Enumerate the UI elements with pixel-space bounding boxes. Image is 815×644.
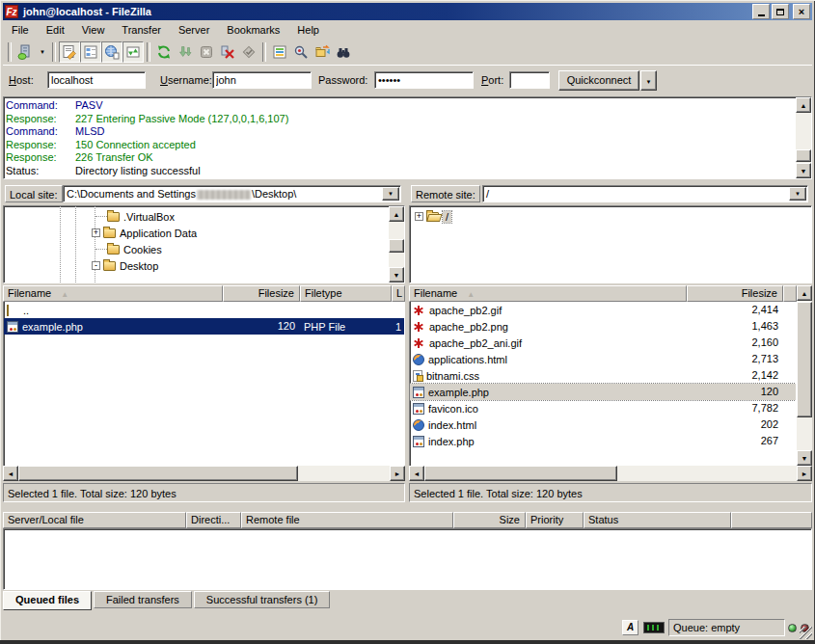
column-header-size[interactable]: Size	[453, 512, 526, 528]
expand-icon[interactable]: +	[92, 228, 100, 237]
remote-file-row[interactable]: applications.html2,713	[410, 351, 796, 367]
abort-button[interactable]	[238, 41, 259, 63]
local-file-list[interactable]: .. example.php 120 PHP File 1	[3, 302, 405, 466]
scroll-down-button[interactable]: ▼	[796, 163, 811, 178]
scroll-up-button[interactable]: ▲	[797, 285, 812, 301]
remote-file-row-selected[interactable]: example.php120	[410, 384, 796, 400]
scroll-up-button[interactable]: ▲	[389, 206, 404, 222]
parent-directory-row[interactable]: ..	[4, 302, 404, 318]
tab-queued-files[interactable]: Queued files	[3, 591, 92, 610]
file-size: 267	[688, 433, 784, 449]
column-header-filename[interactable]: Filename▲	[409, 285, 687, 302]
menu-transfer[interactable]: Transfer	[113, 22, 170, 38]
tree-item-desktop[interactable]: - Desktop	[4, 257, 404, 274]
port-input[interactable]	[509, 71, 550, 89]
column-header-priority[interactable]: Priority	[526, 512, 584, 528]
menu-file[interactable]: File	[3, 22, 38, 38]
toggle-message-log-button[interactable]	[59, 41, 80, 63]
tree-item-application-data[interactable]: + Application Data	[4, 225, 404, 241]
disconnect-button[interactable]	[217, 41, 238, 63]
directory-comparison-button[interactable]	[290, 41, 312, 63]
column-header-direction[interactable]: Directi...	[186, 512, 241, 528]
remote-directory-tree[interactable]: + /	[409, 205, 812, 283]
scrollbar-thumb[interactable]	[424, 466, 617, 481]
remote-file-row[interactable]: index.php267	[410, 433, 796, 449]
scroll-left-button[interactable]: ◄	[409, 466, 424, 481]
tree-item-root[interactable]: + /	[410, 208, 811, 225]
column-header-filesize[interactable]: Filesize	[223, 285, 300, 302]
menu-edit[interactable]: Edit	[38, 22, 73, 38]
column-header-lastmodified[interactable]: L	[392, 285, 405, 302]
local-file-row-selected[interactable]: example.php 120 PHP File 1	[4, 318, 404, 335]
log-line: Command:MLSD	[6, 125, 794, 139]
maximize-button[interactable]	[772, 4, 789, 19]
local-tree-scrollbar[interactable]: ▲ ▼	[389, 206, 404, 282]
queue-list[interactable]	[3, 528, 812, 590]
scroll-up-button[interactable]: ▲	[796, 97, 811, 113]
scroll-right-button[interactable]: ►	[390, 466, 405, 481]
remote-file-row[interactable]: apache_pb2_ani.gif2,160	[410, 335, 796, 351]
toggle-queue-button[interactable]	[122, 41, 144, 63]
chevron-down-icon[interactable]: ▼	[382, 187, 399, 201]
menu-help[interactable]: Help	[288, 22, 328, 38]
column-header-filesize[interactable]: Filesize	[687, 285, 783, 302]
chevron-down-icon[interactable]: ▼	[789, 187, 806, 201]
scroll-down-button[interactable]: ▼	[797, 450, 812, 466]
password-input[interactable]	[374, 71, 474, 89]
scrollbar-thumb[interactable]	[389, 239, 404, 253]
column-header-filetype[interactable]: Filetype	[300, 285, 392, 302]
remote-list-scrollbar[interactable]: ▲ ▼	[797, 285, 812, 466]
resize-grip[interactable]	[800, 627, 812, 639]
remote-file-row[interactable]: apache_pb2.png1,463	[410, 318, 796, 335]
remote-file-row[interactable]: bitnami.css2,142	[410, 367, 796, 384]
speed-indicator-icon[interactable]	[643, 622, 665, 633]
remote-file-row[interactable]: favicon.ico7,782	[410, 400, 796, 416]
tab-successful-transfers[interactable]: Successful transfers (1)	[194, 591, 331, 608]
remote-file-row[interactable]: apache_pb2.gif2,414	[410, 302, 796, 318]
cancel-operation-button[interactable]	[196, 41, 217, 63]
tree-item-cookies[interactable]: Cookies	[4, 241, 404, 257]
minimize-button[interactable]	[752, 4, 770, 19]
username-input[interactable]	[212, 71, 312, 89]
host-input[interactable]	[47, 71, 146, 89]
scrollbar-thumb[interactable]	[796, 149, 811, 162]
tree-item-virtualbox[interactable]: .VirtualBox	[4, 208, 404, 225]
column-header-filename[interactable]: Filename▲	[3, 285, 223, 302]
menu-bookmarks[interactable]: Bookmarks	[218, 22, 288, 38]
refresh-button[interactable]	[153, 41, 175, 63]
scroll-down-button[interactable]: ▼	[389, 267, 404, 282]
find-files-button[interactable]	[333, 41, 354, 63]
column-header-status[interactable]: Status	[584, 512, 731, 528]
tab-failed-transfers[interactable]: Failed transfers	[94, 591, 192, 608]
collapse-icon[interactable]: -	[92, 261, 100, 270]
close-button[interactable]: ×	[793, 4, 810, 19]
filter-button[interactable]	[269, 41, 290, 63]
menu-view[interactable]: View	[73, 22, 114, 38]
expand-icon[interactable]: +	[415, 212, 423, 221]
remote-path-combobox[interactable]: / ▼	[482, 185, 808, 202]
local-horizontal-scrollbar[interactable]: ◄ ►	[3, 466, 405, 481]
local-path-combobox[interactable]: C:\Documents and Settings\Desktop\ ▼	[63, 185, 401, 202]
toggle-local-tree-button[interactable]	[80, 41, 101, 63]
menu-server[interactable]: Server	[170, 22, 218, 38]
remote-file-list[interactable]: apache_pb2.gif2,414 apache_pb2.png1,463 …	[409, 302, 797, 466]
scrollbar-thumb[interactable]	[797, 302, 812, 417]
quickconnect-dropdown[interactable]: ▼	[640, 70, 657, 91]
quickconnect-button[interactable]: Quickconnect	[558, 70, 639, 91]
scrollbar-thumb[interactable]	[18, 466, 298, 481]
log-scrollbar[interactable]: ▲ ▼	[796, 97, 811, 178]
title-bar[interactable]: Fz john@localhost - FileZilla ×	[3, 3, 812, 20]
scroll-right-button[interactable]: ►	[797, 466, 812, 481]
ascii-datatype-icon[interactable]: A	[622, 620, 638, 635]
remote-file-row[interactable]: index.html202	[410, 416, 796, 433]
process-queue-button[interactable]	[175, 41, 196, 63]
toggle-remote-tree-button[interactable]	[101, 41, 122, 63]
column-header-server-local-file[interactable]: Server/Local file	[3, 512, 186, 528]
site-manager-button[interactable]	[14, 41, 36, 63]
scroll-left-button[interactable]: ◄	[3, 466, 18, 481]
remote-horizontal-scrollbar[interactable]: ◄ ►	[409, 466, 812, 481]
column-header-remote-file[interactable]: Remote file	[241, 512, 453, 528]
local-directory-tree[interactable]: .VirtualBox + Application Data Cookies -	[3, 205, 405, 283]
site-manager-dropdown[interactable]: ▼	[36, 41, 49, 63]
synchronized-browsing-button[interactable]	[312, 41, 333, 63]
